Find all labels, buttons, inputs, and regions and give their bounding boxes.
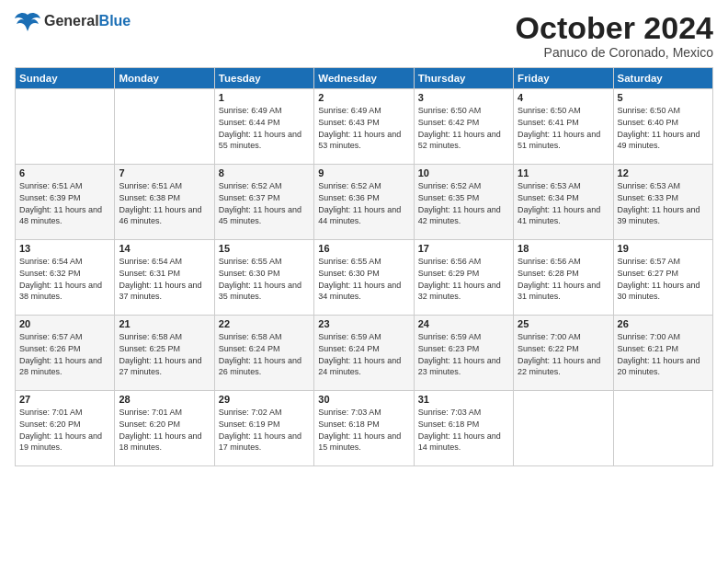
calendar-cell: 26Sunrise: 7:00 AMSunset: 6:21 PMDayligh… (613, 316, 712, 391)
day-number: 22 (219, 318, 310, 329)
calendar-cell: 8Sunrise: 6:52 AMSunset: 6:37 PMDaylight… (214, 165, 313, 240)
calendar-cell: 7Sunrise: 6:51 AMSunset: 6:38 PMDaylight… (115, 165, 214, 240)
month-title: October 2024 (516, 11, 713, 45)
day-info: Sunrise: 7:00 AMSunset: 6:21 PMDaylight:… (618, 331, 709, 377)
calendar-cell: 24Sunrise: 6:59 AMSunset: 6:23 PMDayligh… (414, 316, 513, 391)
calendar-cell: 12Sunrise: 6:53 AMSunset: 6:33 PMDayligh… (613, 165, 712, 240)
day-info: Sunrise: 6:50 AMSunset: 6:42 PMDaylight:… (418, 105, 509, 151)
calendar-cell: 19Sunrise: 6:57 AMSunset: 6:27 PMDayligh… (613, 240, 712, 316)
day-number: 27 (19, 394, 110, 405)
calendar-cell: 5Sunrise: 6:50 AMSunset: 6:40 PMDaylight… (613, 89, 712, 165)
day-info: Sunrise: 6:52 AMSunset: 6:35 PMDaylight:… (418, 180, 509, 226)
weekday-header-thursday: Thursday (414, 68, 513, 89)
day-number: 31 (418, 394, 509, 405)
day-number: 1 (219, 92, 310, 103)
calendar-cell: 17Sunrise: 6:56 AMSunset: 6:29 PMDayligh… (414, 240, 513, 316)
logo: GeneralBlue (15, 11, 131, 31)
day-info: Sunrise: 6:59 AMSunset: 6:24 PMDaylight:… (318, 331, 409, 377)
calendar-cell: 27Sunrise: 7:01 AMSunset: 6:20 PMDayligh… (16, 391, 115, 466)
day-info: Sunrise: 7:03 AMSunset: 6:18 PMDaylight:… (418, 407, 509, 453)
day-number: 7 (119, 167, 210, 178)
day-number: 17 (418, 243, 509, 254)
day-info: Sunrise: 7:01 AMSunset: 6:20 PMDaylight:… (19, 407, 110, 453)
weekday-header-tuesday: Tuesday (214, 68, 313, 89)
day-info: Sunrise: 6:55 AMSunset: 6:30 PMDaylight:… (318, 256, 409, 302)
day-number: 9 (318, 167, 409, 178)
calendar-cell: 6Sunrise: 6:51 AMSunset: 6:39 PMDaylight… (16, 165, 115, 240)
calendar-week-1: 1Sunrise: 6:49 AMSunset: 6:44 PMDaylight… (16, 89, 713, 165)
day-info: Sunrise: 6:49 AMSunset: 6:44 PMDaylight:… (219, 105, 310, 151)
calendar-week-3: 13Sunrise: 6:54 AMSunset: 6:32 PMDayligh… (16, 240, 713, 316)
calendar-cell: 3Sunrise: 6:50 AMSunset: 6:42 PMDaylight… (414, 89, 513, 165)
day-number: 5 (618, 92, 709, 103)
calendar-cell (613, 391, 712, 466)
calendar-table: SundayMondayTuesdayWednesdayThursdayFrid… (15, 67, 713, 466)
day-info: Sunrise: 6:50 AMSunset: 6:41 PMDaylight:… (518, 105, 609, 151)
day-number: 4 (518, 92, 609, 103)
weekday-header-monday: Monday (115, 68, 214, 89)
page: GeneralBlue October 2024 Panuco de Coron… (0, 0, 728, 563)
weekday-header-friday: Friday (514, 68, 613, 89)
day-info: Sunrise: 6:53 AMSunset: 6:34 PMDaylight:… (518, 180, 609, 226)
day-info: Sunrise: 7:02 AMSunset: 6:19 PMDaylight:… (219, 407, 310, 453)
day-info: Sunrise: 6:51 AMSunset: 6:38 PMDaylight:… (119, 180, 210, 226)
day-info: Sunrise: 7:01 AMSunset: 6:20 PMDaylight:… (119, 407, 210, 453)
calendar-week-5: 27Sunrise: 7:01 AMSunset: 6:20 PMDayligh… (16, 391, 713, 466)
day-info: Sunrise: 6:49 AMSunset: 6:43 PMDaylight:… (318, 105, 409, 151)
day-info: Sunrise: 6:54 AMSunset: 6:31 PMDaylight:… (119, 256, 210, 302)
day-number: 16 (318, 243, 409, 254)
day-info: Sunrise: 6:52 AMSunset: 6:37 PMDaylight:… (219, 180, 310, 226)
day-info: Sunrise: 6:58 AMSunset: 6:25 PMDaylight:… (119, 331, 210, 377)
day-info: Sunrise: 6:51 AMSunset: 6:39 PMDaylight:… (19, 180, 110, 226)
day-number: 29 (219, 394, 310, 405)
day-number: 20 (19, 318, 110, 329)
calendar-header-row: SundayMondayTuesdayWednesdayThursdayFrid… (16, 68, 713, 89)
day-number: 18 (518, 243, 609, 254)
day-info: Sunrise: 6:57 AMSunset: 6:26 PMDaylight:… (19, 331, 110, 377)
calendar-cell: 1Sunrise: 6:49 AMSunset: 6:44 PMDaylight… (214, 89, 313, 165)
calendar-cell: 2Sunrise: 6:49 AMSunset: 6:43 PMDaylight… (314, 89, 414, 165)
day-number: 30 (318, 394, 409, 405)
day-number: 12 (618, 167, 709, 178)
calendar-cell (115, 89, 214, 165)
day-number: 2 (318, 92, 409, 103)
calendar-cell (514, 391, 613, 466)
day-number: 28 (119, 394, 210, 405)
calendar-week-2: 6Sunrise: 6:51 AMSunset: 6:39 PMDaylight… (16, 165, 713, 240)
header: GeneralBlue October 2024 Panuco de Coron… (15, 11, 713, 60)
day-info: Sunrise: 6:57 AMSunset: 6:27 PMDaylight:… (618, 256, 709, 302)
calendar-cell: 14Sunrise: 6:54 AMSunset: 6:31 PMDayligh… (115, 240, 214, 316)
weekday-header-saturday: Saturday (613, 68, 712, 89)
day-number: 10 (418, 167, 509, 178)
day-number: 15 (219, 243, 310, 254)
logo-general: General (44, 13, 99, 29)
day-info: Sunrise: 6:59 AMSunset: 6:23 PMDaylight:… (418, 331, 509, 377)
day-number: 26 (618, 318, 709, 329)
calendar-cell: 23Sunrise: 6:59 AMSunset: 6:24 PMDayligh… (314, 316, 414, 391)
calendar-cell: 4Sunrise: 6:50 AMSunset: 6:41 PMDaylight… (514, 89, 613, 165)
calendar-cell: 11Sunrise: 6:53 AMSunset: 6:34 PMDayligh… (514, 165, 613, 240)
day-info: Sunrise: 6:52 AMSunset: 6:36 PMDaylight:… (318, 180, 409, 226)
calendar-cell: 15Sunrise: 6:55 AMSunset: 6:30 PMDayligh… (214, 240, 313, 316)
day-info: Sunrise: 7:00 AMSunset: 6:22 PMDaylight:… (518, 331, 609, 377)
day-number: 24 (418, 318, 509, 329)
day-number: 25 (518, 318, 609, 329)
calendar-cell: 28Sunrise: 7:01 AMSunset: 6:20 PMDayligh… (115, 391, 214, 466)
day-number: 23 (318, 318, 409, 329)
logo-bird-icon (15, 11, 40, 31)
calendar-cell: 20Sunrise: 6:57 AMSunset: 6:26 PMDayligh… (16, 316, 115, 391)
title-block: October 2024 Panuco de Coronado, Mexico (516, 11, 713, 60)
calendar-cell: 30Sunrise: 7:03 AMSunset: 6:18 PMDayligh… (314, 391, 414, 466)
day-info: Sunrise: 6:53 AMSunset: 6:33 PMDaylight:… (618, 180, 709, 226)
calendar-cell: 29Sunrise: 7:02 AMSunset: 6:19 PMDayligh… (214, 391, 313, 466)
day-info: Sunrise: 6:56 AMSunset: 6:29 PMDaylight:… (418, 256, 509, 302)
day-number: 6 (19, 167, 110, 178)
day-number: 13 (19, 243, 110, 254)
day-info: Sunrise: 6:55 AMSunset: 6:30 PMDaylight:… (219, 256, 310, 302)
day-number: 21 (119, 318, 210, 329)
calendar-week-4: 20Sunrise: 6:57 AMSunset: 6:26 PMDayligh… (16, 316, 713, 391)
day-number: 11 (518, 167, 609, 178)
calendar-cell: 9Sunrise: 6:52 AMSunset: 6:36 PMDaylight… (314, 165, 414, 240)
day-info: Sunrise: 7:03 AMSunset: 6:18 PMDaylight:… (318, 407, 409, 453)
calendar-cell: 25Sunrise: 7:00 AMSunset: 6:22 PMDayligh… (514, 316, 613, 391)
